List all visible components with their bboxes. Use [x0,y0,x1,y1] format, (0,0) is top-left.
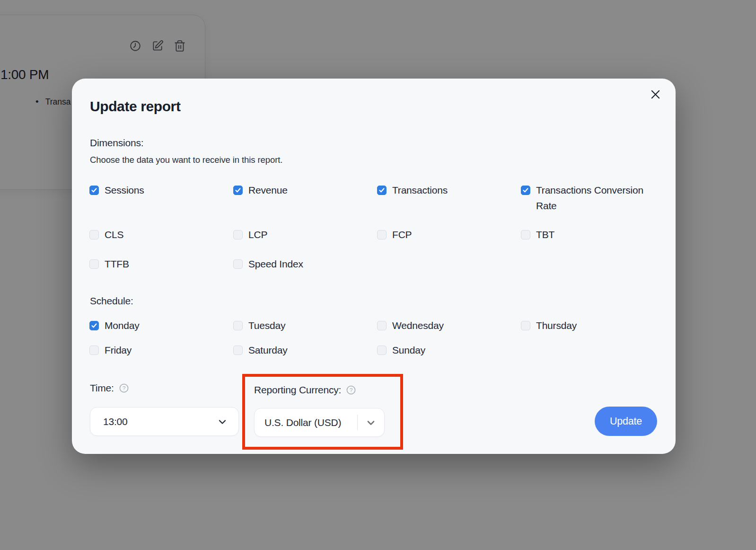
checkbox-checked-transactions[interactable] [377,186,387,195]
time-select-value: 13:00 [103,416,128,427]
checkbox-option-sunday[interactable]: Sunday [377,343,521,358]
currency-select-value: U.S. Dollar (USD) [264,417,357,428]
checkbox-label-friday: Friday [105,343,132,358]
currency-help-icon[interactable]: ? [346,385,356,395]
checkbox-checked-sessions[interactable] [89,186,99,195]
dimensions-checkbox-grid: SessionsRevenueTransactionsTransactions … [89,183,665,272]
checkbox-option-fcp[interactable]: FCP [377,227,521,243]
reporting-currency-label: Reporting Currency: [254,384,341,396]
checkbox-label-fcp: FCP [392,227,412,243]
checkbox-checked-monday[interactable] [89,321,99,330]
checkbox-label-lcp: LCP [248,227,267,243]
checkbox-option-transactions-conversion-rate[interactable]: Transactions Conversion Rate [521,183,665,213]
checkbox-label-wednesday: Wednesday [392,318,444,334]
checkbox-checked-transactions-conversion-rate[interactable] [521,186,530,195]
schedule-checkbox-grid: MondayTuesdayWednesdayThursdayFridaySatu… [89,318,665,358]
checkbox-option-transactions[interactable]: Transactions [377,183,521,213]
checkbox-checked-revenue[interactable] [233,186,243,195]
checkbox-unchecked-cls[interactable] [89,230,99,240]
checkbox-label-sessions: Sessions [105,183,144,198]
checkbox-option-saturday[interactable]: Saturday [233,343,377,358]
checkbox-label-saturday: Saturday [248,343,287,358]
checkbox-label-speed-index: Speed Index [248,257,303,272]
schedule-label: Schedule: [90,295,133,307]
dimensions-label: Dimensions: [90,137,143,149]
checkbox-label-cls: CLS [105,227,123,243]
update-button[interactable]: Update [595,407,657,436]
checkbox-unchecked-ttfb[interactable] [89,259,99,269]
checkbox-unchecked-lcp[interactable] [233,230,243,240]
checkbox-label-tuesday: Tuesday [248,318,285,334]
checkbox-unchecked-tbt[interactable] [521,230,530,240]
checkbox-option-thursday[interactable]: Thursday [521,318,665,334]
checkbox-unchecked-wednesday[interactable] [377,321,387,330]
checkbox-label-thursday: Thursday [536,318,577,334]
time-label: Time: [90,382,114,394]
checkbox-option-cls[interactable]: CLS [89,227,233,243]
modal-title: Update report [90,98,181,115]
svg-text:?: ? [350,387,352,393]
chevron-down-icon [217,416,228,427]
checkbox-label-revenue: Revenue [248,183,288,198]
checkbox-option-speed-index[interactable]: Speed Index [233,257,377,272]
checkbox-option-friday[interactable]: Friday [89,343,233,358]
currency-select[interactable]: U.S. Dollar (USD) [254,408,385,437]
checkbox-label-ttfb: TTFB [105,257,129,272]
checkbox-option-tuesday[interactable]: Tuesday [233,318,377,334]
checkbox-label-tbt: TBT [536,227,554,243]
checkbox-option-ttfb[interactable]: TTFB [89,257,233,272]
close-button[interactable] [645,85,665,105]
checkbox-unchecked-saturday[interactable] [233,346,243,355]
checkbox-unchecked-thursday[interactable] [521,321,530,330]
checkbox-option-sessions[interactable]: Sessions [89,183,233,213]
chevron-down-icon [358,417,384,428]
checkbox-option-wednesday[interactable]: Wednesday [377,318,521,334]
svg-text:?: ? [123,385,125,391]
close-icon [650,89,661,102]
checkbox-option-tbt[interactable]: TBT [521,227,665,243]
checkbox-label-transactions: Transactions [392,183,448,198]
update-report-modal: Update report Dimensions: Choose the dat… [72,79,676,454]
checkbox-option-revenue[interactable]: Revenue [233,183,377,213]
checkbox-unchecked-speed-index[interactable] [233,259,243,269]
time-select[interactable]: 13:00 [90,407,239,436]
checkbox-unchecked-sunday[interactable] [377,346,387,355]
dimensions-description: Choose the data you want to receive in t… [90,155,282,165]
checkbox-label-sunday: Sunday [392,343,425,358]
checkbox-label-transactions-conversion-rate: Transactions Conversion Rate [536,183,660,213]
time-help-icon[interactable]: ? [119,383,129,393]
checkbox-option-lcp[interactable]: LCP [233,227,377,243]
checkbox-unchecked-friday[interactable] [89,346,99,355]
checkbox-unchecked-fcp[interactable] [377,230,387,240]
checkbox-unchecked-tuesday[interactable] [233,321,243,330]
checkbox-option-monday[interactable]: Monday [89,318,233,334]
checkbox-label-monday: Monday [105,318,140,334]
